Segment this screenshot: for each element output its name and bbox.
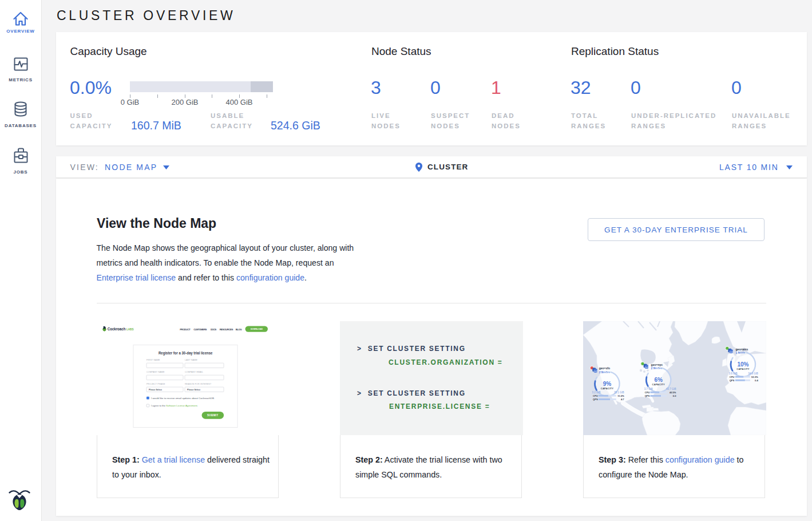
svg-text:QPS: QPS — [730, 379, 735, 382]
svg-text:3.7 GiB: 3.7 GiB — [644, 388, 653, 390]
svg-text:COMPANY NAME: COMPANY NAME — [146, 371, 165, 373]
svg-text:FIRST NAME: FIRST NAME — [146, 359, 160, 361]
svg-text:43.7 GiB: 43.7 GiB — [666, 388, 676, 390]
svg-text:Register for a 30-day trial li: Register for a 30-day trial license — [159, 351, 213, 356]
svg-text:CPU: CPU — [730, 376, 735, 378]
svg-text:I agree to the Software Licens: I agree to the Software License Agreemen… — [151, 404, 198, 407]
svg-text:3.6 GiB: 3.6 GiB — [729, 372, 738, 375]
svg-text:0.4: 0.4 — [755, 379, 758, 382]
svg-text:10%: 10% — [737, 361, 748, 368]
svg-text:9%: 9% — [603, 381, 612, 387]
svg-text:CPU: CPU — [593, 394, 598, 397]
svg-text:DOWNLOAD: DOWNLOAD — [251, 327, 263, 330]
svg-text:CAPACITY: CAPACITY — [601, 387, 614, 390]
svg-text:CAPACITY: CAPACITY — [736, 368, 750, 370]
svg-text:geo=nyc: geo=nyc — [651, 363, 663, 366]
svg-text:COMPANY EMAIL: COMPANY EMAIL — [185, 371, 203, 373]
svg-text:34.6 GiB: 34.6 GiB — [748, 372, 758, 375]
svg-text:LAST NAME: LAST NAME — [185, 359, 198, 361]
svg-text:LABS: LABS — [126, 327, 134, 331]
svg-text:42.5%: 42.5% — [670, 391, 676, 394]
svg-text:SUBMIT: SUBMIT — [207, 414, 219, 417]
svg-text:3.2 GiB: 3.2 GiB — [592, 391, 601, 394]
svg-text:53.3%: 53.3% — [751, 376, 758, 378]
svg-text:35.1 GiB: 35.1 GiB — [614, 391, 624, 394]
svg-text:6%: 6% — [655, 377, 663, 383]
svg-text:11.0%: 11.0% — [617, 394, 624, 397]
svg-text:QPS: QPS — [593, 398, 598, 401]
svg-text:Please Select: Please Select — [187, 388, 201, 391]
svg-text:0.0: 0.0 — [673, 394, 676, 397]
svg-text:PROJECT PHASE: PROJECT PHASE — [146, 383, 165, 385]
svg-text:Please Select: Please Select — [149, 388, 163, 391]
svg-text:DOCS: DOCS — [211, 328, 216, 331]
svg-text:Cockroach: Cockroach — [108, 326, 126, 331]
svg-text:PRODUCT: PRODUCT — [180, 328, 191, 331]
svg-text:CUSTOMERS: CUSTOMERS — [193, 328, 207, 331]
svg-text:geo=sfo: geo=sfo — [599, 366, 610, 370]
svg-text:CPU: CPU — [645, 391, 650, 394]
svg-text:REASON FOR INTEREST: REASON FOR INTEREST — [185, 383, 212, 385]
svg-text:QPS: QPS — [645, 394, 650, 397]
svg-text:BLOG: BLOG — [236, 328, 242, 331]
svg-text:I would like to receive email: I would like to receive email updates ab… — [151, 397, 215, 400]
svg-text:CAPACITY: CAPACITY — [652, 383, 666, 386]
svg-text:RESOURCES: RESOURCES — [220, 328, 233, 331]
svg-text:geo=ams: geo=ams — [735, 348, 748, 351]
svg-text:4.7: 4.7 — [621, 398, 624, 401]
